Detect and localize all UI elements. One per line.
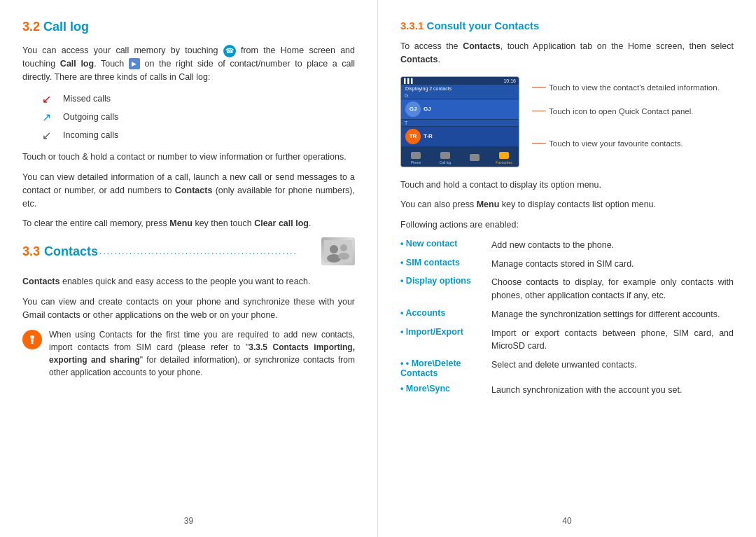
incoming-calls-row: ↙ Incoming calls — [39, 128, 355, 142]
phone-bottom-bar: Phone Call log Favourites — [401, 150, 519, 167]
action-more-delete: • More\DeleteContacts Select and delete … — [400, 358, 734, 378]
note-text: When using Contacts for the first time y… — [49, 328, 355, 379]
outgoing-calls-label: Outgoing calls — [63, 112, 118, 122]
phone-screen: ▌▌▌ 10:16 Displaying 2 contacts G GJ GJ … — [400, 76, 519, 167]
action-new-contact-label: New contact — [400, 239, 491, 249]
section-3-3-title-container: 3.3 Contacts ...........................… — [22, 244, 321, 259]
action-more-delete-desc: Select and delete unwanted contacts. — [491, 358, 734, 372]
callout-lines: —— Touch to view the contact's detailed … — [532, 76, 720, 149]
clear-call-log-para: To clear the entire call memory, press M… — [22, 217, 355, 230]
phone-tab-empty-icon — [470, 154, 479, 161]
section-3-3-1-title: 3.3.1 Consult your Contacts — [400, 20, 734, 32]
svg-point-1 — [330, 245, 338, 253]
action-more-sync-desc: Launch synchronization with the account … — [491, 384, 734, 397]
phone-signal-icon: ▌▌▌ — [404, 78, 414, 83]
callout-1-text: Touch to view the contact's detailed inf… — [549, 82, 720, 93]
right-page-number: 40 — [562, 516, 571, 526]
section-3-2-title: 3.2 Call log — [22, 20, 355, 34]
callout-3-text: Touch to view your favourite contacts. — [549, 138, 683, 149]
contact-tr: TR T-R — [401, 127, 519, 146]
phone-status-bar: ▌▌▌ 10:16 — [401, 77, 519, 85]
touch-hold-contact-para: Touch and hold a contact to display its … — [400, 179, 734, 192]
contacts-intro-para: Contacts enables quick and easy access t… — [22, 275, 355, 288]
missed-calls-icon: ↙ — [39, 92, 53, 106]
contact-gj-avatar: GJ — [405, 102, 421, 117]
missed-calls-row: ↙ Missed calls — [39, 92, 355, 106]
outgoing-calls-icon: ↗ — [39, 110, 53, 124]
menu-key-para: You can also press Menu key to display c… — [400, 198, 734, 211]
action-accounts: Accounts Manage the synchronization sett… — [400, 308, 734, 321]
call-log-intro: You can access your call memory by touch… — [22, 44, 355, 83]
contact-tr-avatar: TR — [405, 129, 421, 144]
section-3-3-1-num: 3.3.1 — [400, 20, 424, 32]
note-box: When using Contacts for the first time y… — [22, 328, 355, 379]
incoming-calls-icon: ↙ — [39, 128, 53, 142]
contacts-thumbnail-img — [321, 237, 355, 265]
action-import-export: Import/Export Import or export contacts … — [400, 327, 734, 354]
action-display-options-desc: Choose contacts to display, for example … — [491, 276, 734, 302]
contact-gj: GJ GJ — [401, 99, 519, 119]
action-accounts-label: Accounts — [400, 308, 491, 318]
phone-tab-calllog-label: Call log — [440, 160, 451, 165]
phone-time: 10:16 — [503, 78, 516, 83]
incoming-calls-label: Incoming calls — [63, 130, 118, 140]
call-types-list: ↙ Missed calls ↗ Outgoing calls ↙ Incomi… — [39, 92, 355, 142]
svg-rect-6 — [31, 339, 34, 340]
svg-rect-7 — [31, 343, 34, 344]
callout-3: —— Touch to view your favourite contacts… — [532, 138, 720, 149]
action-display-options-label: Display options — [400, 276, 491, 286]
section-3-3-title-row: 3.3 Contacts ...........................… — [22, 237, 355, 265]
page-spread: 3.2 Call log You can access your call me… — [0, 0, 756, 537]
phone-tab-phone-icon — [411, 152, 421, 159]
actions-list: New contact Add new contacts to the phon… — [400, 239, 734, 397]
svg-point-4 — [338, 253, 349, 260]
phone-tab-favourites: Favourites — [494, 152, 514, 165]
action-accounts-desc: Manage the synchronization settings for … — [491, 308, 734, 321]
action-more-sync: More\Sync Launch synchronization with th… — [400, 384, 734, 397]
callout-2-text: Touch icon to open Quick Contact panel. — [549, 106, 694, 117]
action-sim-contacts: SIM contacts Manage contacts stored in S… — [400, 258, 734, 271]
contacts-thumbnail — [321, 237, 355, 265]
phone-tab-calllog: Call log — [435, 152, 455, 165]
section-3-3-text: Contacts — [44, 244, 98, 259]
contacts-section-g: G — [401, 92, 519, 99]
contact-gj-name: GJ — [424, 106, 431, 112]
phone-tab-favourites-label: Favourites — [496, 160, 512, 165]
right-page: 3.3.1 Consult your Contacts To access th… — [378, 0, 756, 537]
touch-hold-para: Touch or touch & hold a contact or numbe… — [22, 151, 355, 164]
contacts-access-para: To access the Contacts, touch Applicatio… — [400, 40, 734, 67]
phone-tab-phone-label: Phone — [411, 160, 421, 165]
contacts-sync-para: You can view and create contacts on your… — [22, 295, 355, 322]
action-sim-contacts-label: SIM contacts — [400, 258, 491, 267]
phone-tab-calllog-icon — [440, 152, 450, 159]
detailed-info-para: You can view detailed information of a c… — [22, 171, 355, 210]
following-actions-para: Following actions are enabled: — [400, 218, 734, 232]
phone-contacts-bar: Displaying 2 contacts — [401, 85, 519, 92]
action-new-contact-desc: Add new contacts to the phone. — [491, 239, 734, 252]
phone-tab-favourites-icon — [499, 152, 509, 159]
callout-2: —— Touch icon to open Quick Contact pane… — [532, 106, 720, 117]
action-new-contact: New contact Add new contacts to the phon… — [400, 239, 734, 252]
section-3-2-num: 3.2 — [22, 20, 40, 34]
left-page: 3.2 Call log You can access your call me… — [0, 0, 378, 537]
outgoing-calls-row: ↗ Outgoing calls — [39, 110, 355, 124]
phone-tab-phone: Phone — [406, 152, 426, 165]
note-icon — [22, 330, 42, 349]
phone-mockup-container: ▌▌▌ 10:16 Displaying 2 contacts G GJ GJ … — [400, 76, 734, 167]
action-sim-contacts-desc: Manage contacts stored in SIM card. — [491, 258, 734, 271]
action-import-export-label: Import/Export — [400, 327, 491, 337]
section-3-3-dots: ........................................… — [99, 246, 321, 256]
action-more-sync-label: More\Sync — [400, 384, 491, 393]
svg-point-3 — [340, 244, 347, 251]
action-display-options: Display options Choose contacts to displ… — [400, 276, 734, 302]
phone-tab-empty — [465, 152, 484, 165]
contacts-section-t: T — [401, 120, 519, 126]
callout-1: —— Touch to view the contact's detailed … — [532, 82, 720, 93]
left-page-number: 39 — [184, 516, 193, 526]
contact-tr-name: T-R — [424, 133, 433, 139]
action-import-export-desc: Import or export contacts between phone,… — [491, 327, 734, 354]
section-3-3-num: 3.3 — [22, 244, 40, 259]
action-more-delete-label: • More\DeleteContacts — [400, 358, 491, 378]
missed-calls-label: Missed calls — [63, 94, 111, 104]
